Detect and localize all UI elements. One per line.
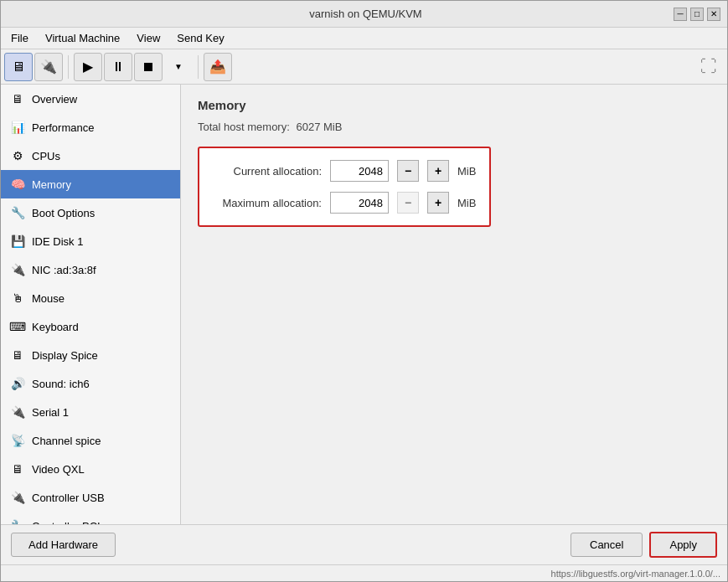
sidebar-item-nic[interactable]: 🔌 NIC :ad:3a:8f: [1, 255, 180, 284]
toolbar-separator-2: [198, 55, 199, 79]
current-allocation-unit: MiB: [457, 165, 476, 178]
toolbar-send-button[interactable]: 📤: [204, 53, 232, 81]
toolbar-separator-1: [68, 55, 69, 79]
toolbar-arrow-dropdown[interactable]: ▼: [164, 53, 193, 81]
toolbar-resize-icon: ⛶: [700, 57, 724, 76]
sidebar-label-nic: NIC :ad:3a:8f: [32, 264, 96, 276]
toolbar-monitor-button[interactable]: 🖥: [4, 53, 33, 81]
sidebar-item-overview[interactable]: 🖥 Overview: [1, 85, 180, 113]
toolbar-pause-button[interactable]: ⏸: [104, 53, 132, 81]
maximize-button[interactable]: □: [690, 8, 704, 21]
maximum-allocation-input[interactable]: [330, 192, 389, 214]
sidebar-label-keyboard: Keyboard: [32, 321, 79, 333]
menu-view[interactable]: View: [130, 30, 167, 46]
sidebar-label-boot-options: Boot Options: [32, 207, 95, 219]
sidebar-label-mouse: Mouse: [32, 292, 65, 305]
toolbar-stop-button[interactable]: ⏹: [134, 53, 163, 81]
close-button[interactable]: ✕: [707, 8, 720, 21]
current-allocation-label: Current allocation:: [213, 165, 322, 178]
sound-icon: 🔊: [8, 374, 27, 393]
sidebar-label-display-spice: Display Spice: [32, 349, 98, 362]
keyboard-icon: ⌨: [8, 317, 27, 336]
add-hardware-button[interactable]: Add Hardware: [11, 533, 116, 557]
current-allocation-plus-button[interactable]: +: [427, 160, 449, 182]
status-url: https://libguestfs.org/virt-manager.1.0.…: [551, 569, 720, 579]
sidebar-label-sound: Sound: ich6: [32, 378, 90, 390]
apply-button[interactable]: Apply: [649, 532, 717, 558]
video-qxl-icon: 🖥: [8, 460, 27, 478]
display-spice-icon: 🖥: [8, 346, 27, 364]
bottom-bar: Add Hardware Cancel Apply: [1, 524, 727, 564]
sidebar-item-display-spice[interactable]: 🖥 Display Spice: [1, 341, 180, 369]
minimize-button[interactable]: ─: [674, 8, 687, 21]
menubar: File Virtual Machine View Send Key: [1, 28, 727, 49]
ide-disk-icon: 💾: [8, 232, 27, 250]
sidebar-label-ide-disk: IDE Disk 1: [32, 235, 83, 248]
window-controls: ─ □ ✕: [674, 8, 720, 21]
controller-pci-icon: 🔧: [8, 517, 27, 524]
window-title: varnish on QEMU/KVM: [58, 8, 674, 20]
maximum-allocation-label: Maximum allocation:: [213, 197, 322, 209]
sidebar-label-channel-spice: Channel spice: [32, 435, 101, 447]
sidebar-item-video-qxl[interactable]: 🖥 Video QXL: [1, 455, 180, 483]
sidebar-item-sound[interactable]: 🔊 Sound: ich6: [1, 369, 180, 398]
current-allocation-minus-button[interactable]: −: [397, 160, 419, 182]
bottom-right-buttons: Cancel Apply: [571, 532, 717, 558]
maximum-allocation-row: Maximum allocation: − + MiB: [213, 192, 476, 214]
sidebar-label-video-qxl: Video QXL: [32, 463, 85, 476]
sidebar-item-keyboard[interactable]: ⌨ Keyboard: [1, 312, 180, 341]
toolbar-usb-button[interactable]: 🔌: [34, 53, 63, 81]
toolbar-play-button[interactable]: ▶: [74, 53, 102, 81]
memory-config-box: Current allocation: − + MiB Maximum allo…: [198, 147, 491, 227]
menu-send-key[interactable]: Send Key: [170, 30, 230, 46]
total-host-label: Total host memory:: [198, 121, 290, 133]
titlebar: varnish on QEMU/KVM ─ □ ✕: [1, 1, 727, 28]
total-host-memory: Total host memory: 6027 MiB: [198, 121, 710, 133]
controller-usb-icon: 🔌: [8, 488, 27, 507]
current-allocation-input[interactable]: [330, 160, 389, 182]
current-allocation-row: Current allocation: − + MiB: [213, 160, 476, 182]
menu-file[interactable]: File: [4, 30, 35, 46]
status-bar: https://libguestfs.org/virt-manager.1.0.…: [1, 564, 727, 581]
main-window: varnish on QEMU/KVM ─ □ ✕ File Virtual M…: [0, 0, 728, 582]
sidebar-item-memory[interactable]: 🧠 Memory: [1, 170, 180, 198]
maximum-allocation-unit: MiB: [457, 197, 476, 209]
sidebar-item-ide-disk[interactable]: 💾 IDE Disk 1: [1, 227, 180, 255]
maximum-allocation-plus-button[interactable]: +: [427, 192, 449, 214]
total-host-value: 6027 MiB: [296, 121, 342, 133]
sidebar: 🖥 Overview 📊 Performance ⚙ CPUs 🧠 Memory…: [1, 85, 181, 524]
boot-options-icon: 🔧: [8, 203, 27, 222]
sidebar-item-boot-options[interactable]: 🔧 Boot Options: [1, 198, 180, 227]
sidebar-label-cpus: CPUs: [32, 150, 60, 162]
sidebar-label-memory: Memory: [32, 178, 71, 191]
detail-title: Memory: [198, 98, 710, 112]
menu-virtual-machine[interactable]: Virtual Machine: [39, 30, 126, 46]
sidebar-label-overview: Overview: [32, 93, 77, 106]
sidebar-item-serial[interactable]: 🔌 Serial 1: [1, 398, 180, 426]
sidebar-item-cpus[interactable]: ⚙ CPUs: [1, 142, 180, 170]
toolbar: 🖥 🔌 ▶ ⏸ ⏹ ▼ 📤 ⛶: [1, 49, 727, 85]
sidebar-label-controller-usb: Controller USB: [32, 492, 105, 504]
memory-icon: 🧠: [8, 175, 27, 193]
main-content: 🖥 Overview 📊 Performance ⚙ CPUs 🧠 Memory…: [1, 85, 727, 524]
maximum-allocation-minus-button[interactable]: −: [397, 192, 419, 214]
sidebar-item-channel-spice[interactable]: 📡 Channel spice: [1, 426, 180, 455]
cpus-icon: ⚙: [8, 147, 27, 165]
detail-pane: Memory Total host memory: 6027 MiB Curre…: [181, 85, 727, 524]
cancel-button[interactable]: Cancel: [571, 533, 643, 557]
sidebar-item-mouse[interactable]: 🖱 Mouse: [1, 284, 180, 312]
sidebar-item-controller-pci[interactable]: 🔧 Controller PCI: [1, 512, 180, 524]
sidebar-item-controller-usb[interactable]: 🔌 Controller USB: [1, 483, 180, 512]
serial-icon: 🔌: [8, 403, 27, 421]
channel-spice-icon: 📡: [8, 431, 27, 450]
sidebar-label-serial: Serial 1: [32, 406, 69, 419]
mouse-icon: 🖱: [8, 289, 27, 307]
sidebar-label-performance: Performance: [32, 121, 94, 134]
performance-icon: 📊: [8, 118, 27, 136]
overview-icon: 🖥: [8, 90, 27, 108]
nic-icon: 🔌: [8, 260, 27, 279]
sidebar-item-performance[interactable]: 📊 Performance: [1, 113, 180, 142]
